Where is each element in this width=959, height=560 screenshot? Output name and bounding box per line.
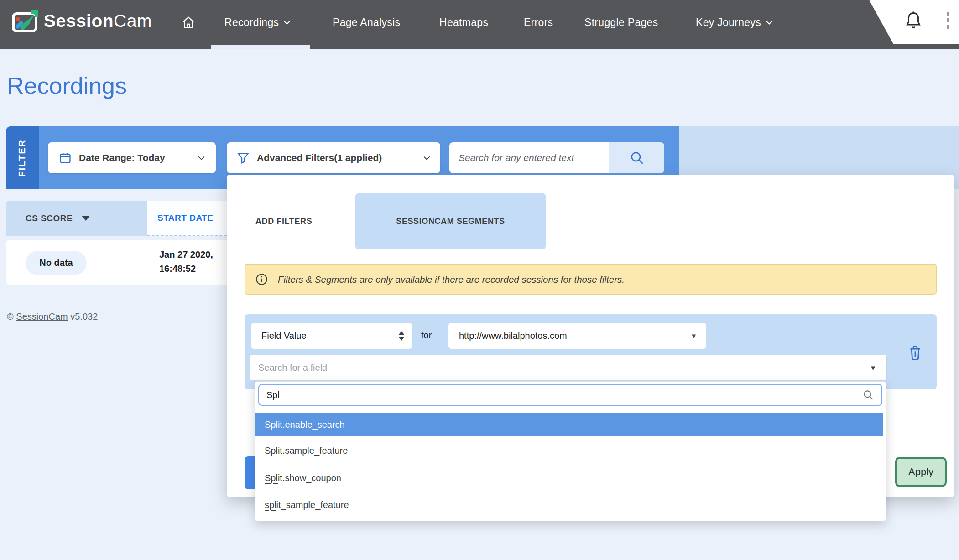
- home-icon[interactable]: [182, 0, 195, 45]
- date-range-label: Date Range: Today: [79, 152, 165, 163]
- trash-icon: [908, 345, 923, 360]
- delete-filter-button[interactable]: [908, 345, 923, 360]
- text-search-group: [449, 142, 664, 173]
- nav-item-key-journeys[interactable]: Key Journeys: [696, 0, 773, 45]
- sessioncam-logo[interactable]: SessionCam: [12, 9, 152, 33]
- top-nav-bar: SessionCam Recordings Page Analysis Heat…: [0, 0, 959, 49]
- recordings-page: SessionCam Recordings Page Analysis Heat…: [0, 0, 959, 560]
- nav-item-errors[interactable]: Errors: [524, 0, 553, 45]
- field-search-box: [258, 384, 882, 406]
- sessioncam-link[interactable]: SessionCam: [16, 311, 68, 321]
- field-option-1[interactable]: Split.enable_search: [255, 413, 883, 436]
- nav-item-page-analysis[interactable]: Page Analysis: [333, 0, 400, 45]
- sessioncam-logo-text: SessionCam: [44, 11, 152, 31]
- field-option-3[interactable]: Split.show_coupon: [255, 466, 883, 490]
- site-select[interactable]: http://www.bilalphotos.com ▼: [448, 323, 706, 349]
- info-icon: [255, 273, 268, 285]
- dropdown-arrow-icon: ▼: [870, 364, 876, 372]
- start-date-cell: Jan 27 2020, 16:48:52: [159, 248, 232, 276]
- nav-item-recordings-label: Recordings: [224, 16, 279, 29]
- filter-tab[interactable]: FILTER: [6, 126, 39, 189]
- field-search-input[interactable]: [259, 390, 862, 400]
- advanced-filters-label: Advanced Filters(1 applied): [257, 152, 382, 163]
- apply-button[interactable]: Apply: [895, 457, 947, 487]
- nav-item-struggle-pages[interactable]: Struggle Pages: [584, 0, 658, 45]
- sort-descending-icon: [82, 216, 90, 221]
- chevron-down-icon: [283, 20, 291, 25]
- chevron-down-icon: [198, 156, 205, 160]
- filter-type-value: Field Value: [261, 331, 307, 341]
- field-combobox[interactable]: Search for a field ▼: [250, 355, 886, 380]
- chevron-down-icon: [423, 156, 430, 160]
- date-range-button[interactable]: Date Range: Today: [48, 142, 216, 173]
- footer-copyright: © SessionCam v5.032: [7, 311, 98, 322]
- filter-type-select[interactable]: Field Value: [251, 323, 412, 349]
- search-input[interactable]: [449, 142, 609, 173]
- nav-more-handle-icon[interactable]: [947, 12, 949, 31]
- site-select-value: http://www.bilalphotos.com: [459, 331, 567, 341]
- filter-tab-label: FILTER: [17, 139, 28, 177]
- column-header-start-date[interactable]: START DATE: [147, 201, 227, 236]
- field-option-2[interactable]: Split.sample_feature: [255, 439, 883, 462]
- chevron-down-icon: [766, 20, 773, 25]
- nav-active-indicator: [211, 45, 310, 49]
- field-option-4[interactable]: split_sample_feature: [255, 493, 883, 517]
- funnel-icon: [237, 151, 250, 164]
- cs-score-badge: No data: [26, 251, 87, 275]
- nav-item-heatmaps[interactable]: Heatmaps: [439, 0, 488, 45]
- unfold-arrows-icon: [398, 331, 405, 341]
- tab-sessioncam-segments[interactable]: SESSIONCAM SEGMENTS: [355, 193, 546, 249]
- search-icon: [862, 389, 881, 401]
- for-label: for: [421, 330, 432, 341]
- sessioncam-logo-icon: [12, 9, 39, 33]
- advanced-filters-button[interactable]: Advanced Filters(1 applied): [227, 142, 440, 173]
- column-header-cs-score[interactable]: CS SCORE: [6, 201, 147, 236]
- tab-add-filters[interactable]: ADD FILTERS: [255, 205, 331, 237]
- notifications-bell-icon[interactable]: [905, 11, 922, 30]
- search-icon: [629, 150, 645, 166]
- search-button[interactable]: [609, 142, 664, 173]
- dropdown-arrow-icon: ▼: [690, 332, 697, 340]
- segments-notice-banner: Filters & Segments are only available if…: [245, 264, 937, 295]
- field-combobox-placeholder: Search for a field: [258, 363, 327, 373]
- page-title: Recordings: [7, 72, 127, 99]
- calendar-icon: [59, 151, 72, 164]
- nav-item-recordings[interactable]: Recordings: [224, 0, 291, 45]
